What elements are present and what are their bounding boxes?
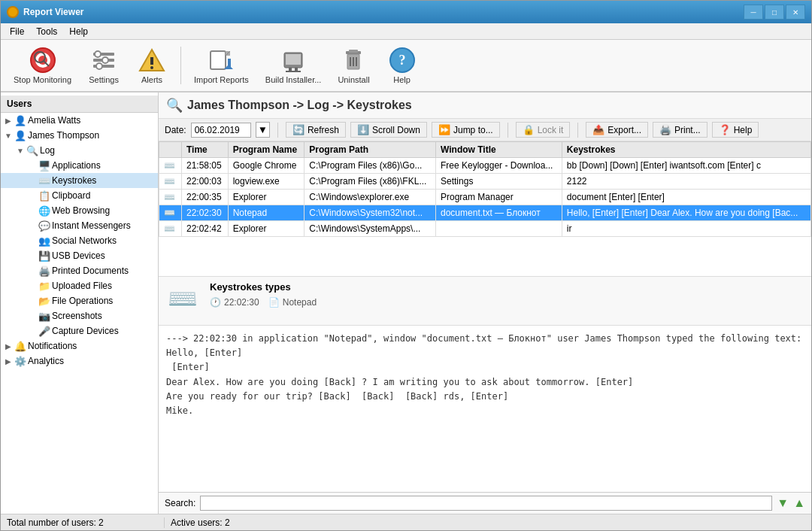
build-installer-button[interactable]: Build Installer...: [259, 43, 329, 88]
row-window: document.txt — Блокнот: [436, 205, 562, 221]
lock-it-button[interactable]: 🔒 Lock it: [516, 122, 571, 138]
search-down-button[interactable]: ▼: [777, 496, 789, 510]
sidebar-item-instant-messengers[interactable]: 💬 Instant Messengers: [1, 218, 158, 233]
applications-label: Applications: [52, 160, 101, 171]
col-window: Window Title: [436, 142, 562, 158]
sidebar-item-amelia-watts[interactable]: ▶ 👤 Amelia Watts: [1, 113, 158, 128]
row-program: Explorer: [228, 190, 304, 205]
row-program: Google Chrome: [228, 158, 304, 174]
print-button[interactable]: 🖨️ Print...: [653, 122, 707, 138]
row-icon: ⌨️: [164, 223, 175, 234]
table-row[interactable]: ⌨️ 22:02:42 Explorer C:\Windows\SystemAp…: [159, 221, 811, 237]
close-button[interactable]: ✕: [786, 5, 805, 20]
help-bar-button[interactable]: ❓ Help: [712, 122, 759, 138]
sidebar-item-capture-devices[interactable]: 🎤 Capture Devices: [1, 323, 158, 338]
row-program: logview.exe: [228, 174, 304, 190]
sidebar-item-printed-documents[interactable]: 🖨️ Printed Documents: [1, 263, 158, 278]
breadcrumb-text: James Thompson -> Log -> Keystrokes: [187, 99, 412, 112]
keystrokes-table: Time Program Name Program Path Window Ti…: [159, 141, 811, 237]
tree-toggle-james: ▼: [4, 132, 13, 140]
sidebar-item-web-browsing[interactable]: 🌐 Web Browsing: [1, 203, 158, 218]
alerts-button[interactable]: Alerts: [129, 43, 174, 88]
sidebar-item-analytics[interactable]: ▶ ⚙️ Analytics: [1, 353, 158, 369]
jump-to-button[interactable]: ⏩ Jump to...: [432, 122, 500, 138]
sidebar-item-keystrokes[interactable]: ⌨️ Keystrokes: [1, 173, 158, 188]
table-row[interactable]: ⌨️ 22:02:30 Notepad C:\Windows\System32\…: [159, 205, 811, 221]
refresh-icon: 🔄: [292, 124, 304, 135]
row-time: 21:58:05: [182, 158, 229, 174]
table-row[interactable]: ⌨️ 22:00:35 Explorer C:\Windows\explorer…: [159, 190, 811, 205]
menu-help[interactable]: Help: [63, 25, 94, 38]
sidebar: Users ▶ 👤 Amelia Watts ▼ 👤 James Thompso…: [1, 93, 159, 514]
table-header-row: Time Program Name Program Path Window Ti…: [159, 142, 811, 158]
usb-devices-icon: 💾: [38, 250, 50, 262]
amelia-watts-label: Amelia Watts: [28, 115, 80, 126]
minimize-button[interactable]: ─: [744, 5, 763, 20]
row-icon: ⌨️: [164, 208, 175, 218]
jump-to-icon: ⏩: [438, 124, 450, 135]
text-content-container: ---> 22:02:30 in application "Notepad", …: [159, 326, 811, 492]
uninstall-button[interactable]: Uninstall: [331, 43, 376, 88]
social-networks-icon: 👥: [38, 235, 50, 247]
date-input[interactable]: [191, 123, 251, 138]
build-installer-icon: [280, 47, 307, 74]
menu-bar: File Tools Help: [1, 23, 811, 40]
svg-point-13: [150, 66, 153, 69]
search-input[interactable]: [200, 496, 772, 511]
import-reports-button[interactable]: Import Reports: [187, 43, 256, 88]
sidebar-item-file-operations[interactable]: 📂 File Operations: [1, 293, 158, 308]
table-row[interactable]: ⌨️ 22:00:03 logview.exe C:\Program Files…: [159, 174, 811, 190]
sidebar-item-log[interactable]: ▼ 🔍 Log: [1, 143, 158, 158]
table-container: Time Program Name Program Path Window Ti…: [159, 141, 811, 277]
search-bar: Search: ▼ ▲: [159, 492, 811, 514]
refresh-button[interactable]: 🔄 Refresh: [286, 122, 346, 138]
sidebar-item-usb-devices[interactable]: 💾 USB Devices: [1, 248, 158, 263]
breadcrumb-icon: 🔍: [166, 97, 183, 114]
stop-monitoring-label: Stop Monitoring: [14, 75, 71, 84]
menu-file[interactable]: File: [4, 25, 30, 38]
sidebar-item-applications[interactable]: 🖥️ Applications: [1, 158, 158, 173]
date-dropdown-button[interactable]: ▼: [256, 122, 270, 138]
help-button[interactable]: ? Help: [380, 43, 425, 88]
search-label: Search:: [165, 498, 195, 508]
row-window: [436, 221, 562, 237]
help-bar-icon: ❓: [719, 124, 731, 135]
bar-sep-3: [577, 123, 578, 138]
sidebar-item-screenshots[interactable]: 📷 Screenshots: [1, 308, 158, 323]
row-icon-cell: ⌨️: [159, 174, 182, 190]
row-icon-cell: ⌨️: [159, 190, 182, 205]
maximize-button[interactable]: □: [765, 5, 784, 20]
settings-button[interactable]: Settings: [81, 43, 126, 88]
row-path: C:\Windows\explorer.exe: [304, 190, 436, 205]
uninstall-icon: [340, 47, 367, 74]
menu-tools[interactable]: Tools: [30, 25, 63, 38]
status-left: Total number of users: 2: [7, 517, 165, 528]
screenshots-icon: 📷: [38, 310, 50, 322]
stop-monitoring-button[interactable]: Stop Monitoring: [7, 43, 78, 88]
svg-rect-30: [349, 50, 358, 53]
sidebar-item-james-thompson[interactable]: ▼ 👤 James Thompson: [1, 128, 158, 143]
settings-icon: [90, 47, 117, 74]
col-keystrokes: Keystrokes: [562, 142, 810, 158]
sidebar-item-clipboard[interactable]: 📋 Clipboard: [1, 188, 158, 203]
svg-text:?: ?: [398, 53, 405, 68]
svg-rect-14: [211, 51, 226, 69]
uploaded-files-label: Uploaded Files: [52, 281, 112, 291]
export-button[interactable]: 📤 Export...: [586, 122, 648, 138]
search-up-button[interactable]: ▲: [793, 496, 805, 510]
sidebar-item-notifications[interactable]: ▶ 🔔 Notifications: [1, 338, 158, 353]
row-time: 22:02:30: [182, 205, 229, 221]
row-time: 22:02:42: [182, 221, 229, 237]
row-keystrokes: ir: [562, 221, 810, 237]
text-content: ---> 22:02:30 in application "Notepad", …: [159, 326, 811, 492]
user-icon-james: 👤: [14, 129, 26, 141]
export-icon: 📤: [592, 124, 604, 135]
capture-devices-icon: 🎤: [38, 325, 50, 337]
analytics-icon: ⚙️: [14, 355, 26, 367]
scroll-down-button[interactable]: ⬇️ Scroll Down: [350, 122, 427, 138]
table-row[interactable]: ⌨️ 21:58:05 Google Chrome C:\Program Fil…: [159, 158, 811, 174]
clipboard-icon: 📋: [38, 190, 50, 202]
main-window: Report Viewer ─ □ ✕ File Tools Help: [0, 0, 812, 531]
sidebar-item-social-networks[interactable]: 👥 Social Networks: [1, 233, 158, 248]
sidebar-item-uploaded-files[interactable]: 📁 Uploaded Files: [1, 278, 158, 293]
